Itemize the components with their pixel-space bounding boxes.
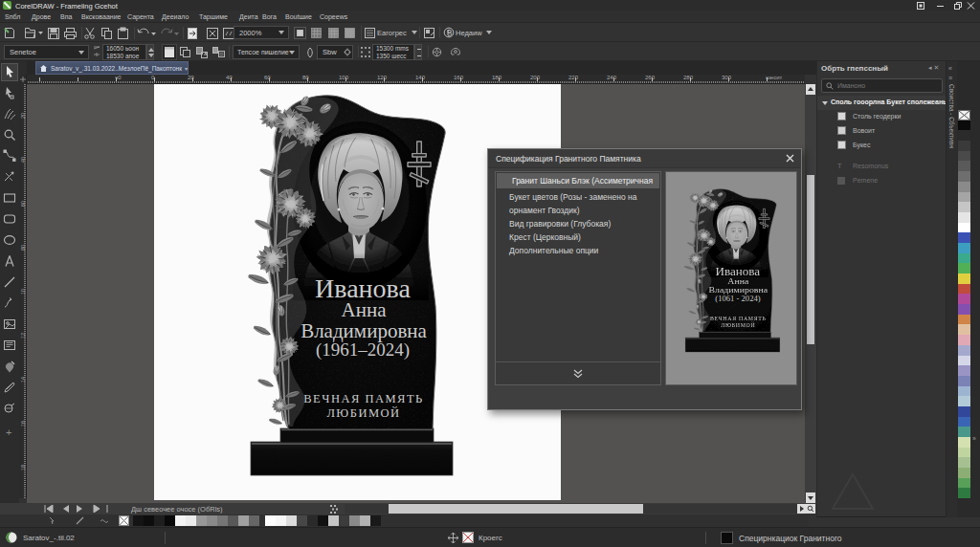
svg-text:(1061 - 2024): (1061 - 2024): [715, 294, 760, 303]
svg-text:(1961–2024): (1961–2024): [316, 339, 410, 361]
